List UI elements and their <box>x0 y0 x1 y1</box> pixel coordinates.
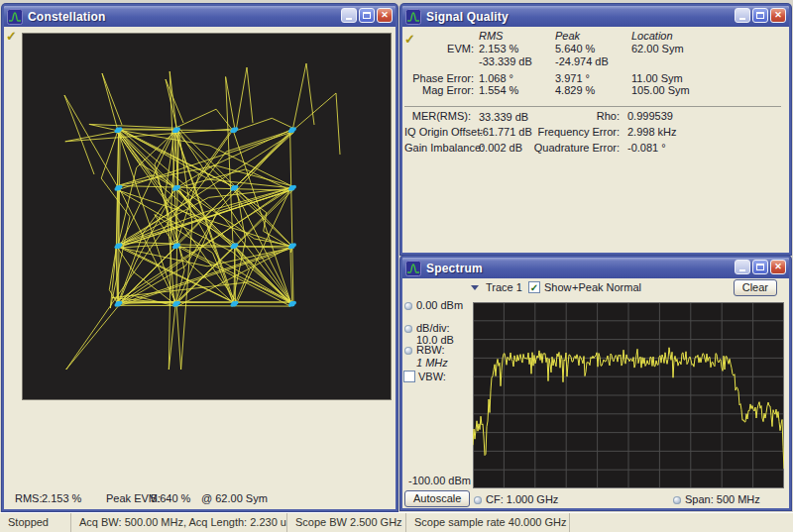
maximize-icon <box>363 12 371 19</box>
close-icon: ✕ <box>774 263 782 271</box>
spectrum-app-icon[interactable] <box>405 261 421 276</box>
analyzer-workspace: { "icons": { "close_glyph": "✕", "check_… <box>0 0 793 532</box>
show-checkbox-label[interactable]: Show <box>544 281 572 293</box>
vbw-checkbox[interactable] <box>403 371 415 382</box>
minimize-button[interactable] <box>735 260 750 274</box>
vbw-checkbox-label[interactable]: VBW: <box>418 371 446 382</box>
trace-dropdown-chevron-icon[interactable] <box>471 285 479 290</box>
db-per-div-knob-icon[interactable] <box>404 325 412 333</box>
span-value[interactable]: Span: 500 MHz <box>685 493 760 505</box>
peak-evm-value: 5.640 % <box>151 492 190 504</box>
maximize-button[interactable] <box>752 260 768 274</box>
cf-knob-icon[interactable] <box>474 496 482 504</box>
status-spacer <box>570 513 793 532</box>
spectrum-window: Spectrum ✕ Trace 1 ✓ Show +Peak Normal C… <box>400 256 791 510</box>
maximize-button[interactable] <box>752 8 768 23</box>
signal-quality-app-icon[interactable] <box>405 9 421 25</box>
valid-checkmark-icon: ✓ <box>6 29 17 44</box>
constellation-titlebar[interactable]: Constellation ✕ <box>4 6 396 27</box>
rbw-label: RBW: <box>416 344 445 356</box>
span-knob-icon[interactable] <box>673 496 681 504</box>
center-frequency-value[interactable]: CF: 1.000 GHz <box>486 493 558 505</box>
peak-evm-location: @ 62.00 Sym <box>201 492 268 504</box>
rms-evm-label: RMS: <box>15 492 43 504</box>
close-button[interactable]: ✕ <box>770 8 786 23</box>
ref-level-knob-icon[interactable] <box>404 302 412 310</box>
spectrum-plot[interactable] <box>473 302 784 488</box>
close-button[interactable]: ✕ <box>770 260 786 274</box>
metric-location: 105.00 Sym <box>631 84 690 96</box>
minimize-icon <box>346 18 352 20</box>
db-per-div-label: dB/div: <box>416 322 450 334</box>
summary-label: Frequency Error: <box>502 126 620 138</box>
metric-peak: 5.640 % <box>555 43 595 54</box>
metric-peak: 4.829 % <box>555 84 595 96</box>
constellation-plot[interactable] <box>23 34 391 399</box>
constellation-window-title: Constellation <box>28 10 106 24</box>
close-button[interactable]: ✕ <box>377 8 393 23</box>
rms-evm-value: 2.153 % <box>42 492 81 504</box>
constellation-app-icon[interactable] <box>7 9 23 25</box>
close-icon: ✕ <box>774 11 782 20</box>
metric-location: 11.00 Sym <box>631 72 683 84</box>
metric-location: 62.00 Sym <box>631 43 684 54</box>
show-checkbox[interactable]: ✓ <box>528 281 540 293</box>
metric-rms: -33.339 dB <box>479 55 532 67</box>
autoscale-button[interactable]: Autoscale <box>404 490 470 507</box>
status-bar: Stopped Acq BW: 500.00 MHz, Acq Length: … <box>0 512 793 532</box>
metric-peak: 3.971 ° <box>555 72 590 84</box>
column-header-peak: Peak <box>555 30 580 42</box>
summary-value: 0.999539 <box>627 110 673 122</box>
minimize-button[interactable] <box>735 8 750 23</box>
section-divider <box>404 106 781 107</box>
close-icon: ✕ <box>381 11 389 20</box>
constellation-window: Constellation ✕ ✓ RMS: 2.153 % Peak EVM:… <box>2 4 397 511</box>
clear-button[interactable]: Clear <box>734 279 777 296</box>
status-scope-bw: Scope BW 2.500 GHz <box>287 513 406 532</box>
column-header-rms: RMS <box>479 30 503 42</box>
spectrum-titlebar[interactable]: Spectrum ✕ <box>402 258 789 278</box>
minimize-icon <box>739 269 745 271</box>
metric-rms: 1.068 ° <box>479 72 513 84</box>
metric-label: Mag Error: <box>404 84 474 96</box>
summary-label: Gain Imbalance: <box>404 142 471 154</box>
status-run-state: Stopped <box>0 513 71 532</box>
metric-peak: -24.974 dB <box>555 55 609 67</box>
minimize-icon <box>739 18 745 20</box>
summary-value: 2.998 kHz <box>627 126 677 138</box>
constellation-plot-frame <box>22 33 392 400</box>
maximize-button[interactable] <box>359 8 375 23</box>
maximize-icon <box>756 264 764 270</box>
rbw-knob-icon[interactable] <box>404 347 412 355</box>
column-header-location: Location <box>631 30 673 42</box>
signal-quality-window: Signal Quality ✕ ✓ RMS Peak Location EVM… <box>400 4 791 255</box>
maximize-icon <box>756 12 764 19</box>
summary-label: MER(RMS): <box>404 110 471 122</box>
signal-quality-window-title: Signal Quality <box>426 10 509 24</box>
metric-rms: 1.554 % <box>479 84 518 96</box>
minimize-button[interactable] <box>341 8 357 23</box>
metric-label: Phase Error: <box>404 72 474 84</box>
status-sample-rate: Scope sample rate 40.000 GHz <box>406 513 570 532</box>
summary-label: Rho: <box>502 110 620 122</box>
trace-selector-label[interactable]: Trace 1 <box>486 281 522 293</box>
summary-label: Quadrature Error: <box>502 142 620 154</box>
metric-rms: 2.153 % <box>479 43 518 54</box>
metric-label: EVM: <box>404 43 474 54</box>
ref-level-value[interactable]: 0.00 dBm <box>416 299 463 311</box>
summary-value: -0.081 ° <box>627 142 666 154</box>
spectrum-window-title: Spectrum <box>426 262 483 275</box>
signal-quality-titlebar[interactable]: Signal Quality ✕ <box>402 6 789 27</box>
status-acquisition: Acq BW: 500.00 MHz, Acq Length: 2.230 us <box>71 513 287 532</box>
bottom-ref-value: -100.00 dBm <box>408 475 471 486</box>
detector-mode-label[interactable]: +Peak Normal <box>572 281 641 293</box>
summary-label: IQ Origin Offset: <box>404 126 471 138</box>
rbw-value[interactable]: 1 MHz <box>416 357 448 369</box>
